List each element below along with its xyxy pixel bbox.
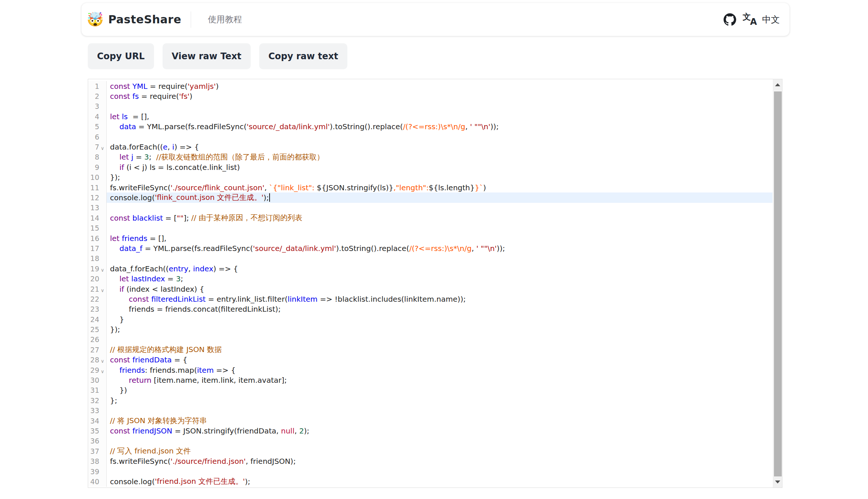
code-line[interactable]: 14const blacklist = [""]; // 由于某种原因，不想订阅… <box>88 213 772 223</box>
code-line-text[interactable]: } <box>107 314 772 324</box>
code-line-text[interactable]: const YML = require('yamljs') <box>107 81 772 91</box>
code-line-text[interactable]: friends = friends.concat(filteredLinkLis… <box>107 304 772 314</box>
code-line[interactable]: 26 <box>88 335 772 345</box>
code-line[interactable]: 24 } <box>88 314 772 324</box>
code-line[interactable]: 20 let lastIndex = 3; <box>88 274 772 284</box>
code-line[interactable]: 29∨ friends: friends.map(item => { <box>88 365 772 375</box>
code-line-text[interactable]: data_f.forEach((entry, index) => { <box>107 264 772 274</box>
code-line[interactable]: 9 if (i < j) ls = ls.concat(e.link_list) <box>88 162 772 172</box>
code-line-text[interactable]: fs.writeFileSync('./source/friend.json',… <box>107 456 772 466</box>
code-line[interactable]: 18 <box>88 254 772 264</box>
code-line-text[interactable] <box>107 436 772 446</box>
code-line[interactable]: 7∨data.forEach((e, i) => { <box>88 142 772 152</box>
code-line-text[interactable]: const fs = require('fs') <box>107 91 772 101</box>
language-label[interactable]: 中文 <box>762 14 780 26</box>
copy-raw-text-button[interactable]: Copy raw text <box>259 43 348 69</box>
code-line-text[interactable]: const filteredLinkList = entry.link_list… <box>107 294 772 304</box>
code-line[interactable]: 3 <box>88 101 772 111</box>
code-line-text[interactable]: const friendData = { <box>107 355 772 365</box>
code-line-text[interactable] <box>107 335 772 345</box>
fold-toggle-icon[interactable]: ∨ <box>101 359 106 364</box>
code-line[interactable]: 38fs.writeFileSync('./source/friend.json… <box>88 456 772 466</box>
code-line[interactable]: 40console.log('friend.json 文件已生成。'); <box>88 476 772 486</box>
code-line[interactable]: 32}; <box>88 395 772 405</box>
code-line[interactable]: 16let friends = [], <box>88 233 772 243</box>
code-line[interactable]: 11fs.writeFileSync('./source/flink_count… <box>88 182 772 192</box>
code-lines[interactable]: 1const YML = require('yamljs')2const fs … <box>88 79 772 488</box>
code-line-text[interactable] <box>107 254 772 264</box>
code-line[interactable]: 12console.log('flink_count.json 文件已生成。')… <box>88 192 772 202</box>
line-number: 4 <box>88 113 101 121</box>
scroll-down-button[interactable] <box>773 476 782 488</box>
code-line[interactable]: 21∨ if (index < lastIndex) { <box>88 284 772 294</box>
code-line-text[interactable]: }; <box>107 395 772 405</box>
code-line-text[interactable]: // 根据规定的格式构建 JSON 数据 <box>107 345 772 355</box>
fold-toggle-icon[interactable]: ∨ <box>101 146 106 151</box>
github-icon[interactable] <box>724 13 736 26</box>
code-editor[interactable]: 1const YML = require('yamljs')2const fs … <box>88 79 782 488</box>
code-line[interactable]: 2const fs = require('fs') <box>88 91 772 101</box>
code-line[interactable]: 30 return [item.name, item.link, item.av… <box>88 375 772 385</box>
code-line-text[interactable]: fs.writeFileSync('./source/flink_count.j… <box>107 182 772 192</box>
nav-tutorial-link[interactable]: 使用教程 <box>208 14 242 25</box>
code-line[interactable]: 23 friends = friends.concat(filteredLink… <box>88 304 772 314</box>
code-line[interactable]: 28∨const friendData = { <box>88 355 772 365</box>
code-line-text[interactable]: friends: friends.map(item => { <box>107 365 772 375</box>
code-line-text[interactable] <box>107 101 772 111</box>
code-line[interactable]: 36 <box>88 436 772 446</box>
code-line[interactable]: 8 let j = 3; //获取友链数组的范围（除了最后，前面的都获取） <box>88 152 772 162</box>
code-line-text[interactable]: // 写入 friend.json 文件 <box>107 446 772 456</box>
code-line-text[interactable] <box>107 466 772 476</box>
code-line[interactable]: 31 }) <box>88 385 772 395</box>
code-line[interactable]: 10}); <box>88 173 772 182</box>
vertical-scrollbar[interactable] <box>773 79 782 488</box>
code-line-text[interactable]: let ls = [], <box>107 111 772 121</box>
code-line-text[interactable]: data.forEach((e, i) => { <box>107 142 772 152</box>
code-line-text[interactable] <box>107 223 772 233</box>
code-line[interactable]: 25}); <box>88 324 772 334</box>
code-line[interactable]: 37// 写入 friend.json 文件 <box>88 446 772 456</box>
code-line[interactable]: 5 data = YML.parse(fs.readFileSync('sour… <box>88 122 772 132</box>
code-line[interactable]: 39 <box>88 466 772 476</box>
code-line-text[interactable]: if (i < j) ls = ls.concat(e.link_list) <box>107 162 772 172</box>
code-line-text[interactable]: const friendJSON = JSON.stringify(friend… <box>107 426 772 436</box>
code-line[interactable]: 34// 将 JSON 对象转换为字符串 <box>88 416 772 426</box>
code-line[interactable]: 4let ls = [], <box>88 111 772 121</box>
code-line-text[interactable]: }) <box>107 385 772 395</box>
code-line[interactable]: 33 <box>88 406 772 416</box>
copy-url-button[interactable]: Copy URL <box>88 43 154 69</box>
code-line-text[interactable]: // 将 JSON 对象转换为字符串 <box>107 416 772 426</box>
code-line[interactable]: 22 const filteredLinkList = entry.link_l… <box>88 294 772 304</box>
scrollbar-thumb[interactable] <box>774 91 782 477</box>
fold-toggle-icon[interactable]: ∨ <box>101 288 106 293</box>
fold-toggle-icon[interactable]: ∨ <box>101 268 106 272</box>
code-line[interactable]: 15 <box>88 223 772 233</box>
code-line-text[interactable]: }); <box>107 173 772 182</box>
view-raw-text-button[interactable]: View raw Text <box>163 43 251 69</box>
code-line-text[interactable]: console.log('friend.json 文件已生成。'); <box>107 476 772 486</box>
code-line[interactable]: 19∨data_f.forEach((entry, index) => { <box>88 264 772 274</box>
code-token: ); <box>264 193 269 202</box>
code-line-text[interactable]: let friends = [], <box>107 233 772 243</box>
fold-toggle-icon[interactable]: ∨ <box>101 369 106 374</box>
code-line[interactable]: 17 data_f = YML.parse(fs.readFileSync('s… <box>88 243 772 253</box>
translate-icon[interactable]: 文 A <box>742 13 757 26</box>
scroll-up-button[interactable] <box>773 79 782 90</box>
code-line-text[interactable]: }); <box>107 324 772 334</box>
code-line-text[interactable] <box>107 203 772 213</box>
code-line[interactable]: 6 <box>88 132 772 142</box>
code-line-text[interactable] <box>107 132 772 142</box>
code-line[interactable]: 35const friendJSON = JSON.stringify(frie… <box>88 426 772 436</box>
code-line-text[interactable]: console.log('flink_count.json 文件已生成。'); <box>107 192 772 202</box>
code-line[interactable]: 27// 根据规定的格式构建 JSON 数据 <box>88 345 772 355</box>
code-line-text[interactable]: let lastIndex = 3; <box>107 274 772 284</box>
code-line-text[interactable]: data = YML.parse(fs.readFileSync('source… <box>107 122 772 132</box>
code-line-text[interactable]: data_f = YML.parse(fs.readFileSync('sour… <box>107 243 772 253</box>
code-line-text[interactable]: return [item.name, item.link, item.avata… <box>107 375 772 385</box>
code-line-text[interactable] <box>107 406 772 416</box>
code-line-text[interactable]: if (index < lastIndex) { <box>107 284 772 294</box>
code-line[interactable]: 13 <box>88 203 772 213</box>
code-line[interactable]: 1const YML = require('yamljs') <box>88 81 772 91</box>
code-line-text[interactable]: const blacklist = [""]; // 由于某种原因，不想订阅的列… <box>107 213 772 223</box>
code-line-text[interactable]: let j = 3; //获取友链数组的范围（除了最后，前面的都获取） <box>107 152 772 162</box>
